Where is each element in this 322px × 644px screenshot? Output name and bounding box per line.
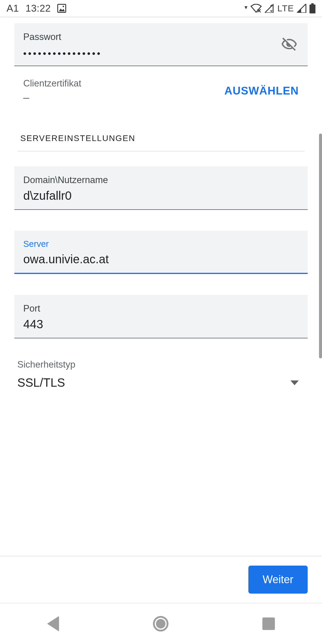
network-type: LTE — [277, 3, 294, 13]
chevron-down-icon — [290, 380, 299, 385]
down-arrow-icon — [244, 6, 247, 10]
domain-username-label: Domain\Nutzername — [23, 175, 299, 185]
carrier-label: A1 — [7, 3, 19, 14]
domain-username-value: d\zufallr0 — [23, 188, 299, 203]
wifi-off-icon — [250, 4, 262, 13]
next-button[interactable]: Weiter — [248, 566, 308, 594]
spacer — [14, 338, 308, 353]
svg-rect-8 — [311, 3, 314, 4]
port-value: 443 — [23, 317, 299, 331]
action-bar: Weiter — [0, 556, 322, 603]
client-cert-value: – — [23, 91, 225, 104]
status-bar: A1 13:22 LTE — [0, 0, 322, 17]
status-right: LTE — [244, 3, 315, 13]
select-cert-button[interactable]: AUSWÄHLEN — [225, 85, 299, 97]
security-type-select[interactable]: Sicherheitstyp SSL/TLS — [14, 353, 308, 389]
password-field[interactable]: Passwort •••••••••••••••• — [14, 23, 308, 66]
port-label: Port — [23, 303, 299, 314]
image-notification-icon — [57, 4, 66, 13]
client-cert-row: Clientzertifikat – AUSWÄHLEN — [14, 66, 308, 116]
scrollbar-thumb[interactable] — [319, 134, 322, 358]
security-type-label: Sicherheitstyp — [17, 359, 305, 370]
status-left: A1 13:22 — [7, 3, 66, 14]
client-cert-label: Clientzertifikat — [23, 78, 225, 89]
nav-recent-icon[interactable] — [262, 617, 275, 630]
svg-rect-9 — [309, 4, 315, 13]
navigation-bar — [0, 603, 322, 644]
spacer — [14, 210, 308, 231]
domain-username-field[interactable]: Domain\Nutzername d\zufallr0 — [14, 166, 308, 210]
password-value: •••••••••••••••• — [23, 45, 299, 59]
server-value: owa.univie.ac.at — [23, 252, 299, 266]
port-field[interactable]: Port 443 — [14, 295, 308, 338]
nav-home-icon[interactable] — [153, 616, 168, 631]
settings-content: Passwort •••••••••••••••• Clientzertifik… — [0, 17, 322, 556]
password-label: Passwort — [23, 32, 299, 42]
nav-back-icon[interactable] — [47, 616, 59, 631]
svg-marker-0 — [244, 6, 247, 9]
svg-marker-5 — [270, 10, 273, 12]
clock: 13:22 — [25, 3, 51, 14]
client-cert-info: Clientzertifikat – — [23, 78, 225, 104]
battery-icon — [309, 3, 315, 13]
server-label: Server — [23, 239, 299, 249]
server-field[interactable]: Server owa.univie.ac.at — [14, 231, 308, 274]
visibility-off-icon[interactable] — [280, 35, 299, 54]
signal-strength-icon — [297, 4, 306, 13]
signal-updown-icon — [265, 4, 274, 13]
server-settings-header: SERVEREINSTELLUNGEN — [17, 116, 305, 151]
spacer — [14, 274, 308, 295]
security-type-value: SSL/TLS — [17, 376, 290, 389]
security-type-value-row: SSL/TLS — [17, 376, 305, 389]
